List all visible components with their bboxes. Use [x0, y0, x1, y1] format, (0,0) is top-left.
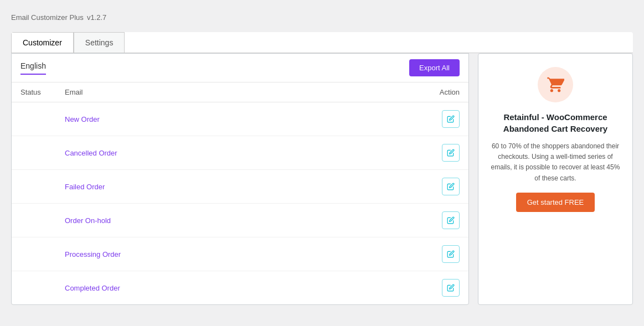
language-tab[interactable]: English	[20, 61, 46, 75]
email-name-new-order[interactable]: New Order	[65, 115, 100, 123]
email-name-completed-order[interactable]: Completed Order	[65, 284, 120, 292]
promo-panel: Retainful - WooCommerce Abandoned Cart R…	[478, 53, 633, 305]
table-row: Order On-hold	[12, 204, 468, 237]
table-row: Completed Order	[12, 271, 468, 304]
table-row: Processing Order	[12, 237, 468, 271]
export-all-button[interactable]: Export All	[409, 59, 460, 76]
tab-settings[interactable]: Settings	[74, 32, 125, 53]
promo-description: 60 to 70% of the shoppers abandoned thei…	[490, 141, 621, 184]
page-title: Email Customizer Plus v1.2.7	[11, 9, 633, 23]
table-row: Cancelled Order	[12, 136, 468, 170]
edit-button-completed-order[interactable]	[442, 279, 460, 297]
edit-button-failed-order[interactable]	[442, 178, 460, 195]
email-name-cancelled-order[interactable]: Cancelled Order	[65, 149, 117, 157]
tab-customizer[interactable]: Customizer	[11, 32, 74, 53]
promo-title: Retainful - WooCommerce Abandoned Cart R…	[490, 111, 621, 134]
email-name-order-onhold[interactable]: Order On-hold	[65, 216, 111, 225]
table-row: Failed Order	[12, 170, 468, 204]
edit-button-new-order[interactable]	[442, 110, 460, 128]
main-tabs: Customizer Settings	[11, 32, 633, 53]
edit-button-processing-order[interactable]	[442, 245, 460, 263]
table-row: New Order	[12, 102, 468, 136]
edit-button-cancelled-order[interactable]	[442, 144, 460, 162]
col-header-status: Status	[20, 88, 65, 96]
get-started-button[interactable]: Get started FREE	[516, 193, 595, 212]
table-header: Status Email Action	[12, 82, 468, 102]
email-list-panel: English Export All Status Email Action	[11, 53, 469, 305]
email-name-processing-order[interactable]: Processing Order	[65, 250, 121, 258]
edit-button-order-onhold[interactable]	[442, 211, 460, 229]
email-name-failed-order[interactable]: Failed Order	[65, 183, 105, 191]
cart-icon	[538, 67, 573, 102]
col-header-email: Email	[65, 88, 415, 96]
language-bar: English Export All	[12, 54, 468, 82]
col-header-action: Action	[415, 88, 460, 96]
